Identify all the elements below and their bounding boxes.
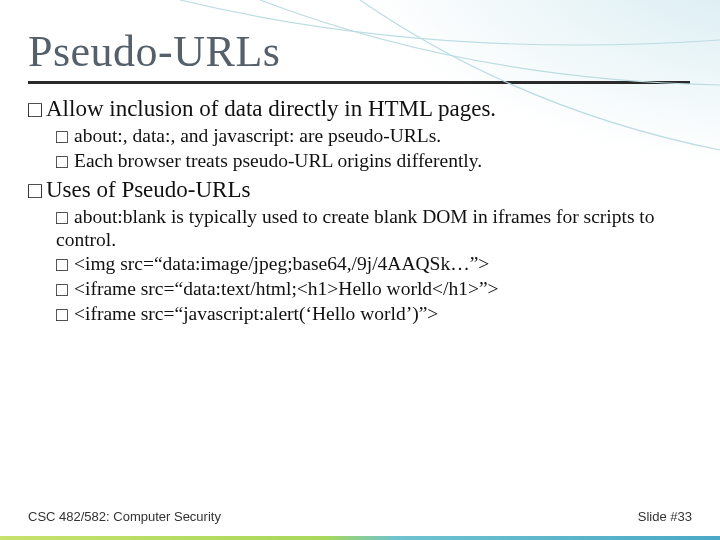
bullet-marker-icon: □ — [56, 253, 74, 276]
bullet-level2: □Each browser treats pseudo-URL origins … — [56, 150, 692, 173]
bullet-level2: □about:, data:, and javascript: are pseu… — [56, 125, 692, 148]
title-underline — [28, 81, 690, 84]
bullet-text: Each browser treats pseudo-URL origins d… — [74, 150, 482, 171]
bullet-text: about:blank is typically used to create … — [56, 206, 655, 250]
slide: Pseudo-URLs □Allow inclusion of data dir… — [0, 0, 720, 540]
slide-body: □Allow inclusion of data directly in HTM… — [28, 96, 692, 326]
bullet-marker-icon: □ — [56, 206, 74, 229]
bullet-level1: □Uses of Pseudo-URLs — [28, 177, 692, 204]
bullet-text: <iframe src=“data:text/html;<h1>Hello wo… — [74, 278, 499, 299]
bullet-text: Allow inclusion of data directly in HTML… — [46, 96, 496, 121]
bullet-level2: □about:blank is typically used to create… — [56, 206, 692, 251]
bullet-level2: □<img src=“data:image/jpeg;base64,/9j/4A… — [56, 253, 692, 276]
footer-right: Slide #33 — [638, 509, 692, 524]
bullet-marker-icon: □ — [28, 96, 46, 123]
slide-footer: CSC 482/582: Computer Security Slide #33 — [28, 509, 692, 524]
bullet-marker-icon: □ — [28, 177, 46, 204]
bottom-accent-bar — [0, 536, 720, 540]
bullet-text: <img src=“data:image/jpeg;base64,/9j/4AA… — [74, 253, 489, 274]
bullet-text: Uses of Pseudo-URLs — [46, 177, 250, 202]
bullet-text: about:, data:, and javascript: are pseud… — [74, 125, 441, 146]
bullet-level2: □<iframe src=“javascript:alert(‘Hello wo… — [56, 303, 692, 326]
bullet-text: <iframe src=“javascript:alert(‘Hello wor… — [74, 303, 438, 324]
bullet-marker-icon: □ — [56, 303, 74, 326]
bullet-level2: □<iframe src=“data:text/html;<h1>Hello w… — [56, 278, 692, 301]
bullet-marker-icon: □ — [56, 150, 74, 173]
bullet-marker-icon: □ — [56, 125, 74, 148]
footer-left: CSC 482/582: Computer Security — [28, 509, 221, 524]
bullet-marker-icon: □ — [56, 278, 74, 301]
bullet-level1: □Allow inclusion of data directly in HTM… — [28, 96, 692, 123]
slide-title: Pseudo-URLs — [28, 26, 692, 77]
